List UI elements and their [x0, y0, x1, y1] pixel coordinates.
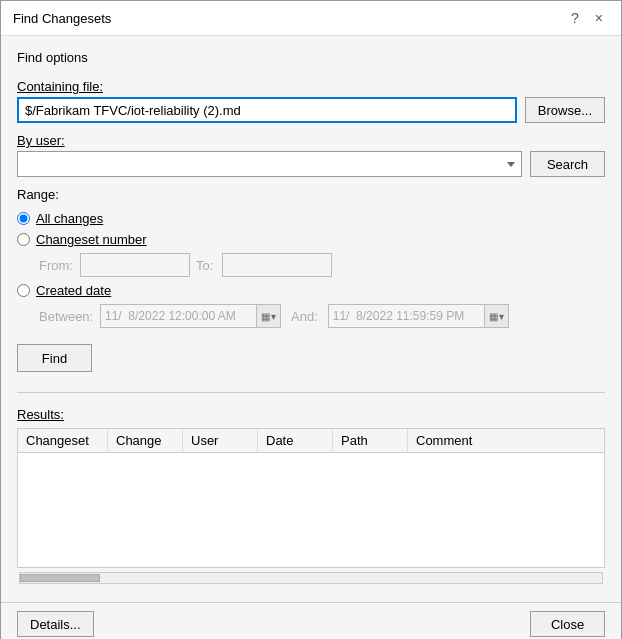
containing-file-label: Containing file:: [17, 79, 605, 94]
find-button-row: Find: [17, 338, 605, 378]
close-button[interactable]: Close: [530, 611, 605, 637]
containing-file-section: Containing file: Browse...: [17, 79, 605, 123]
footer-right: Close: [530, 611, 605, 637]
col-date: Date: [258, 429, 333, 452]
find-button[interactable]: Find: [17, 344, 92, 372]
results-label: Results:: [17, 407, 605, 422]
footer-left: Details...: [17, 611, 94, 637]
to-label: To:: [196, 258, 216, 273]
from-label: From:: [39, 258, 74, 273]
containing-file-row: Browse...: [17, 97, 605, 123]
created-date-row: Created date: [17, 283, 605, 298]
dialog-body: Find options Containing file: Browse... …: [1, 36, 621, 602]
date-range-row: Between: 11/ 8/2022 12:00:00 AM ▦ ▾ And:…: [17, 304, 605, 328]
col-change: Change: [108, 429, 183, 452]
all-changes-label[interactable]: All changes: [36, 211, 103, 226]
from-to-row: From: To:: [17, 253, 605, 277]
date-to-picker-button[interactable]: ▦ ▾: [484, 305, 508, 327]
changeset-number-radio[interactable]: [17, 233, 30, 246]
details-button[interactable]: Details...: [17, 611, 94, 637]
changeset-number-label[interactable]: Changeset number: [36, 232, 147, 247]
created-date-label[interactable]: Created date: [36, 283, 111, 298]
find-options-label: Find options: [17, 50, 605, 65]
table-body: [18, 453, 604, 561]
containing-file-input[interactable]: [17, 97, 517, 123]
title-close-button[interactable]: ×: [589, 9, 609, 27]
dialog-footer: Details... Close: [1, 602, 621, 639]
col-path: Path: [333, 429, 408, 452]
to-input[interactable]: [222, 253, 332, 277]
by-user-section: By user: Search: [17, 133, 605, 177]
created-date-radio[interactable]: [17, 284, 30, 297]
calendar-icon-2: ▦: [489, 311, 498, 322]
by-user-label: By user:: [17, 133, 605, 148]
date-from-picker-button[interactable]: ▦ ▾: [256, 305, 280, 327]
date-to-input[interactable]: 11/ 8/2022 11:59:59 PM: [329, 307, 484, 325]
and-label: And:: [291, 309, 318, 324]
calendar-icon: ▦: [261, 311, 270, 322]
date-from-input[interactable]: 11/ 8/2022 12:00:00 AM: [101, 307, 256, 325]
horizontal-scrollbar[interactable]: [19, 572, 603, 584]
changeset-number-row: Changeset number: [17, 232, 605, 247]
help-button[interactable]: ?: [565, 9, 585, 27]
col-comment: Comment: [408, 429, 604, 452]
find-changesets-dialog: Find Changesets ? × Find options Contain…: [0, 0, 622, 639]
col-changeset: Changeset: [18, 429, 108, 452]
from-input[interactable]: [80, 253, 190, 277]
date-to-wrapper: 11/ 8/2022 11:59:59 PM ▦ ▾: [328, 304, 509, 328]
dropdown-arrow-icon: ▾: [271, 311, 276, 322]
title-bar-left: Find Changesets: [13, 11, 111, 26]
divider: [17, 392, 605, 393]
dropdown-arrow-icon-2: ▾: [499, 311, 504, 322]
between-label: Between:: [39, 309, 94, 324]
range-label: Range:: [17, 187, 605, 202]
scrollbar-thumb: [20, 574, 100, 582]
browse-button[interactable]: Browse...: [525, 97, 605, 123]
by-user-row: Search: [17, 151, 605, 177]
range-section: Range: All changes Changeset number From…: [17, 187, 605, 328]
table-header: Changeset Change User Date Path Comment: [18, 429, 604, 453]
all-changes-row: All changes: [17, 211, 605, 226]
title-bar-right: ? ×: [565, 9, 609, 27]
results-table: Changeset Change User Date Path Comment: [17, 428, 605, 568]
all-changes-radio[interactable]: [17, 212, 30, 225]
col-user: User: [183, 429, 258, 452]
by-user-select[interactable]: [17, 151, 522, 177]
search-button[interactable]: Search: [530, 151, 605, 177]
date-from-wrapper: 11/ 8/2022 12:00:00 AM ▦ ▾: [100, 304, 281, 328]
results-section: Results: Changeset Change User Date Path…: [17, 407, 605, 588]
find-button-label: Find: [42, 351, 67, 366]
dialog-title: Find Changesets: [13, 11, 111, 26]
scrollbar-area: [17, 568, 605, 588]
title-bar: Find Changesets ? ×: [1, 1, 621, 36]
